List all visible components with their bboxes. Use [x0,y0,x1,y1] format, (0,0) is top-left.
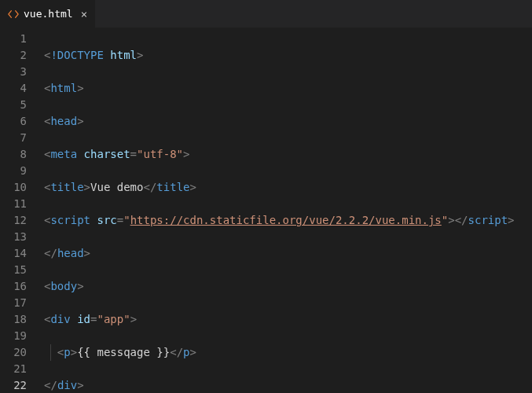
line-number: 5 [0,97,27,113]
line-number: 12 [0,212,27,229]
line-number: 2 [0,47,27,64]
code-content[interactable]: <!DOCTYPE html> <html> <head> <meta char… [38,28,515,393]
line-number: 14 [0,245,27,262]
close-icon[interactable]: × [81,8,87,20]
line-number: 4 [0,80,27,97]
code-line[interactable]: </head> [44,245,515,262]
tab-filename: vue.html [24,8,73,20]
code-line[interactable]: <title>Vue demo</title> [44,179,515,196]
code-line[interactable]: <div id="app"> [44,311,515,328]
line-number: 10 [0,179,27,196]
line-number-gutter: 1 2 3 4 5 6 7 8 9 10 11 12 13 14 15 16 1… [0,28,38,393]
line-number: 7 [0,130,27,146]
code-line[interactable]: <p>{{ messqage }}</p> [44,344,515,361]
code-line[interactable]: <!DOCTYPE html> [44,47,515,64]
code-line[interactable]: <script src="https://cdn.staticfile.org/… [44,212,515,229]
editor-area[interactable]: 1 2 3 4 5 6 7 8 9 10 11 12 13 14 15 16 1… [0,28,532,393]
line-number: 16 [0,278,27,295]
tab-bar: vue.html × [0,0,532,28]
code-line[interactable]: </div> [44,377,515,393]
line-number: 6 [0,113,27,130]
line-number: 13 [0,229,27,245]
line-number: 8 [0,146,27,163]
code-line[interactable]: <head> [44,113,515,130]
line-number: 11 [0,196,27,212]
tab-vue-html[interactable]: vue.html × [0,0,96,28]
line-number: 15 [0,262,27,278]
code-line[interactable]: <meta charset="utf-8"> [44,146,515,163]
line-number: 17 [0,295,27,311]
code-line[interactable]: <body> [44,278,515,295]
line-number: 21 [0,361,27,377]
line-number: 18 [0,311,27,328]
code-line[interactable]: <html> [44,80,515,97]
code-icon [8,9,19,20]
line-number: 20 [0,344,27,361]
line-number: 3 [0,64,27,80]
line-number: 19 [0,328,27,344]
line-number: 1 [0,31,27,47]
line-number: 22 [0,377,27,393]
line-number: 9 [0,163,27,179]
